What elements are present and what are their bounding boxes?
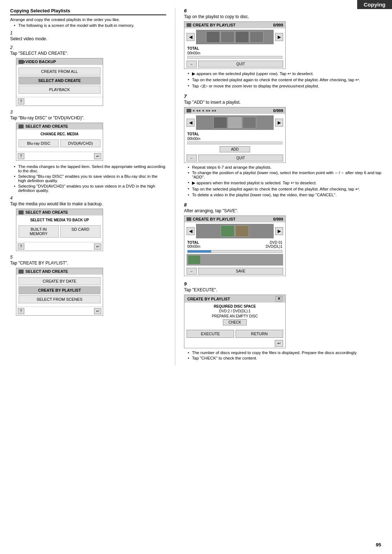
- step-2-num: 2: [10, 45, 166, 50]
- dvd-avchd-btn[interactable]: DVD(AVCHD): [60, 139, 101, 147]
- video-backup-title: VIDEO BACKUP: [25, 59, 56, 64]
- playlist-counter-7: 0/999: [273, 108, 283, 113]
- add-btn-7[interactable]: ADD: [220, 146, 250, 152]
- help-btn-2[interactable]: ?: [18, 153, 24, 159]
- create-playlist-panel-8: CREATE BY PLAYLIST 0/999 ◀ ▶ TOTAL 00h00: [184, 216, 286, 276]
- video-backup-body: CREATE FROM ALL SELECT AND CREATE PLAYBA…: [16, 65, 103, 96]
- select-create-body-2: SELECT THE MEDIA TO BACK UP BUILT-IN MEM…: [16, 216, 103, 241]
- create-from-all-btn[interactable]: CREATE FROM ALL: [19, 67, 101, 75]
- step-8-text: After arranging, tap "SAVE".: [184, 208, 382, 213]
- create-playlist-header-8: CREATE BY PLAYLIST 0/999: [184, 216, 285, 222]
- create-playlist-header-left-8: CREATE BY PLAYLIST: [187, 217, 236, 221]
- playlist-footer-7: ← QUIT: [184, 153, 285, 163]
- select-create-header-3: SELECT AND CREATE: [16, 268, 103, 275]
- exec-body: REQUIRED DISC SPACE DVD:2 / DVD(DL):1 PR…: [184, 303, 285, 329]
- progress-bar-7: [187, 141, 282, 144]
- back-btn-6[interactable]: ←: [187, 61, 197, 67]
- step7-bullet-5: To delete a video in the playlist (lower…: [188, 193, 382, 197]
- select-and-create-btn[interactable]: SELECT AND CREATE: [19, 77, 101, 85]
- select-create-panel-2: SELECT AND CREATE SELECT THE MEDIA TO BA…: [16, 209, 103, 251]
- step-1-text: Select video mode.: [10, 36, 166, 41]
- step-2-text: Tap "SELECT AND CREATE".: [10, 51, 166, 56]
- select-create-footer-3: ? ↩: [16, 307, 103, 315]
- thumb-2-8: [235, 225, 249, 237]
- prev-arrow-8[interactable]: ◀: [187, 227, 195, 235]
- thumb-1-8: [221, 225, 234, 237]
- back-btn-1[interactable]: ↩: [94, 153, 101, 159]
- prev-arrow-7[interactable]: ◀: [187, 119, 195, 127]
- step-3: 3 Tap "Blu-ray DISC" or "DVD(AVCHD)". SE…: [10, 110, 166, 161]
- create-by-playlist-btn[interactable]: CREATE BY PLAYLIST: [19, 286, 101, 294]
- step6-bullet-1: ▶ appears on the selected playlist (uppe…: [188, 71, 382, 76]
- step3-bullets: The media changes to the tapped item. Se…: [10, 164, 166, 193]
- camera-icon: [19, 60, 24, 64]
- save-btn-8[interactable]: SAVE: [198, 268, 283, 275]
- create-playlist-header-left-7: ■ ■■ ■ ■■ ■■: [187, 109, 217, 112]
- create-by-date-btn[interactable]: CREATE BY DATE: [19, 277, 101, 285]
- thumb-1-7: [213, 117, 227, 128]
- total-label-7: TOTAL: [184, 131, 285, 137]
- close-btn[interactable]: ✕: [275, 296, 282, 301]
- built-in-memory-btn[interactable]: BUILT-IN MEMORY: [19, 225, 59, 238]
- progress-bar-8: [187, 250, 282, 253]
- prev-arrow-6[interactable]: ◀: [187, 33, 195, 41]
- select-create-header-1: SELECT AND CREATE: [16, 123, 103, 130]
- back-btn-3[interactable]: ↩: [94, 308, 101, 314]
- step-5: 5 Tap "CREATE BY PLAYLIST". SELECT AND C…: [10, 255, 166, 316]
- step-4-text: Tap the media you would like to make a b…: [10, 201, 166, 206]
- step-4: 4 Tap the media you would like to make a…: [10, 196, 166, 251]
- back-btn-8[interactable]: ←: [187, 268, 197, 275]
- help-btn-3[interactable]: ?: [18, 243, 24, 250]
- playlist-footer-8: ← SAVE: [184, 267, 285, 276]
- total-time-7: 00h00m: [184, 137, 285, 141]
- sd-card-btn[interactable]: SD CARD: [60, 225, 101, 238]
- select-media-label: SELECT THE MEDIA TO BACK UP: [19, 217, 101, 223]
- step-6: 6 Tap on the playlist to copy to disc. C…: [184, 8, 382, 89]
- help-btn-4[interactable]: ?: [18, 308, 24, 314]
- section-title: Copying Selected Playlists: [10, 8, 166, 15]
- back-btn-7[interactable]: ←: [187, 155, 197, 161]
- step-7-num: 7: [184, 94, 382, 99]
- column-divider: [175, 8, 175, 365]
- playback-btn[interactable]: PLAYBACK: [19, 86, 101, 94]
- cam-icon-5: [187, 23, 191, 27]
- thumbnail-strip-7: [196, 115, 274, 130]
- quit-btn-7[interactable]: QUIT: [198, 155, 283, 161]
- thumb-1-6: [206, 31, 220, 43]
- step-9-num: 9: [184, 281, 382, 287]
- thumb-4-6: [250, 31, 264, 43]
- back-btn-9[interactable]: ↩: [275, 340, 283, 347]
- playlist-nav-7: ◀ ▶: [184, 114, 285, 131]
- save-total-label: TOTAL 00h00m: [187, 241, 200, 249]
- select-from-scenes-btn[interactable]: SELECT FROM SCENES: [19, 295, 101, 303]
- exec-header: CREATE BY PLAYLIST ✕: [184, 295, 285, 303]
- next-arrow-7[interactable]: ▶: [275, 119, 283, 127]
- thumb-3-7: [242, 117, 256, 128]
- help-btn[interactable]: ?: [18, 98, 24, 104]
- step9-bullet-1: The number of discs required to copy the…: [188, 350, 382, 355]
- next-arrow-6[interactable]: ▶: [275, 33, 283, 41]
- quit-btn-6[interactable]: QUIT: [198, 61, 283, 67]
- create-playlist-header-left-6: CREATE BY PLAYLIST: [187, 23, 236, 27]
- req-disc-space-label: REQUIRED DISC SPACE: [187, 304, 282, 308]
- return-btn[interactable]: RETURN: [236, 330, 283, 338]
- step-6-num: 6: [184, 8, 382, 13]
- thumb-2-6: [221, 31, 234, 43]
- video-backup-footer: ?: [16, 97, 103, 106]
- step-7: 7 Tap "ADD" to insert a playlist. ■ ■■ ■…: [184, 94, 382, 197]
- select-create-panel-1: SELECT AND CREATE CHANGE REC. MEDIA Blu-…: [16, 123, 103, 161]
- bluray-disc-btn[interactable]: Blu-ray DISC: [19, 139, 59, 147]
- back-btn-2[interactable]: ↩: [94, 243, 101, 250]
- playlist-counter-6: 0/999: [273, 23, 283, 27]
- step-8: 8 After arranging, tap "SAVE". CREATE BY…: [184, 202, 382, 276]
- memory-type-buttons: BUILT-IN MEMORY SD CARD: [19, 224, 101, 239]
- select-create-footer-2: ? ↩: [16, 242, 103, 251]
- check-btn[interactable]: CHECK: [223, 319, 246, 325]
- step-2: 2 Tap "SELECT AND CREATE". VIDEO BACKUP …: [10, 45, 166, 106]
- execute-btn[interactable]: EXECUTE: [187, 330, 234, 338]
- left-column: Copying Selected Playlists Arrange and c…: [10, 8, 166, 365]
- page-number: 95: [376, 542, 381, 547]
- next-arrow-8[interactable]: ▶: [275, 227, 283, 235]
- video-backup-header: VIDEO BACKUP: [16, 58, 103, 65]
- step6-bullet-3: Tap ◁/▷ or move the zoom lever to displa…: [188, 83, 382, 89]
